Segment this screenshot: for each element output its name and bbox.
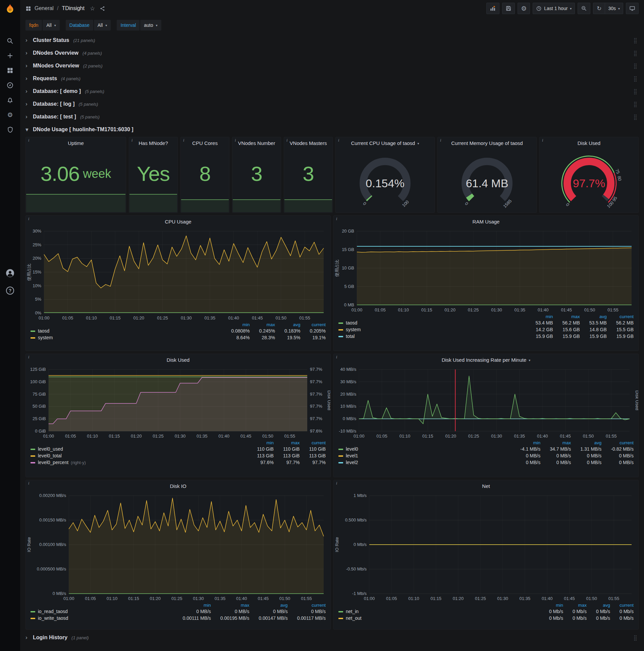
legend-col-min[interactable]: min [540, 602, 563, 608]
legend-series-name[interactable]: level0_percent [38, 460, 68, 465]
refresh-button[interactable]: ↻ [593, 3, 605, 14]
dashboard-grid-icon[interactable] [26, 6, 31, 11]
legend-series-name[interactable]: io_write_taosd [38, 615, 68, 621]
panel-title[interactable]: CPU Usage [26, 216, 330, 227]
series-color-dash-icon[interactable] [339, 329, 343, 331]
panel-title[interactable]: Current Memory Usage of taosd [438, 137, 536, 149]
legend-series-name[interactable]: level1 [346, 453, 358, 458]
legend-series-name[interactable]: taosd [346, 320, 357, 326]
explore-compass-icon[interactable] [6, 81, 14, 90]
legend-col-max[interactable]: max [563, 602, 587, 608]
panel-title[interactable]: Has MNode? [129, 137, 178, 149]
legend-col-avg[interactable]: avg [587, 602, 610, 608]
legend-col-max[interactable]: max [250, 322, 275, 328]
drag-handle-icon[interactable]: ⣿ [633, 50, 637, 56]
legend-col-current[interactable]: current [300, 322, 326, 328]
row-dnodes-overview[interactable]: › DNodes Overview (4 panels) ⣿ [26, 48, 639, 58]
save-dashboard-button[interactable] [502, 3, 515, 14]
panel-title[interactable]: RAM Usage [334, 216, 638, 227]
series-color-dash-icon[interactable] [31, 331, 35, 332]
panel-info-icon[interactable]: i [336, 355, 337, 360]
share-icon[interactable] [100, 6, 105, 11]
series-color-dash-icon[interactable] [339, 336, 343, 337]
server-admin-shield-icon[interactable] [6, 125, 14, 134]
series-color-dash-icon[interactable] [31, 448, 35, 450]
drag-handle-icon[interactable]: ⣿ [633, 75, 637, 82]
panel-info-icon[interactable]: i [28, 355, 29, 360]
panel-title[interactable]: VNodes Masters [284, 137, 332, 149]
panel-info-icon[interactable]: i [440, 138, 441, 143]
series-color-dash-icon[interactable] [339, 322, 343, 324]
legend-series-name[interactable]: level0_total [38, 453, 62, 458]
legend-series-name[interactable]: level2 [346, 460, 358, 465]
panel-title[interactable]: Uptime [26, 137, 126, 149]
disk-rate-chart[interactable]: -10 MB/s0 MB/s10 MB/s20 MB/s30 MB/s40 MB… [334, 366, 638, 440]
star-icon[interactable]: ☆ [90, 5, 95, 12]
panel-info-icon[interactable]: i [338, 138, 339, 143]
alerting-bell-icon[interactable] [6, 96, 14, 104]
drag-handle-icon[interactable]: ⣿ [633, 88, 637, 95]
legend-series-name[interactable]: level0_used [38, 446, 63, 452]
panel-info-icon[interactable]: i [336, 481, 337, 486]
panel-title[interactable]: VNodes Number [232, 137, 281, 149]
zoom-out-button[interactable] [578, 3, 590, 14]
legend-col-max[interactable]: max [540, 440, 571, 446]
user-avatar[interactable] [6, 269, 14, 278]
panel-title[interactable]: Current CPU Usage of taosd▾ [336, 137, 434, 149]
search-icon[interactable] [6, 37, 14, 45]
cpu-usage-chart[interactable]: 0%5%10%15%20%25%30%01:0001:0501:1001:150… [26, 227, 330, 322]
panel-info-icon[interactable]: i [131, 138, 132, 143]
panel-title[interactable]: CPU Cores [181, 137, 229, 149]
legend-col-current[interactable]: current [607, 314, 634, 319]
row-mnodes-overview[interactable]: › MNodes Overview (2 panels) ⣿ [26, 60, 639, 71]
row-cluster-status[interactable]: › Cluster Status (21 panels) ⣿ [26, 35, 639, 45]
legend-series-name[interactable]: system [346, 327, 361, 332]
panel-info-icon[interactable]: i [28, 481, 29, 486]
legend-col-avg[interactable]: avg [275, 322, 300, 328]
legend-series-name[interactable]: io_read_taosd [38, 609, 68, 614]
legend-col-current[interactable]: current [288, 602, 326, 608]
breadcrumb-dashboard-title[interactable]: TDinsight [62, 5, 85, 11]
panel-info-icon[interactable]: i [28, 138, 29, 143]
series-color-dash-icon[interactable] [339, 611, 343, 612]
panel-info-icon[interactable]: i [286, 138, 287, 143]
row-requests[interactable]: › Requests (4 panels) ⣿ [26, 73, 639, 84]
net-chart[interactable]: -1 Mb/s-0.50 Mb/s0 Mb/s0.500 Mb/s1 Mb/s0… [334, 492, 638, 602]
drag-handle-icon[interactable]: ⣿ [633, 101, 637, 107]
series-color-dash-icon[interactable] [339, 618, 343, 619]
panel-info-icon[interactable]: i [235, 138, 236, 143]
variable-value-fqdn[interactable]: All▾ [42, 20, 60, 31]
panel-info-icon[interactable]: i [336, 216, 337, 221]
disk-io-chart[interactable]: 0 MB/s0.000500 MB/s0.00100 MB/s0.00150 M… [26, 492, 330, 602]
dashboards-icon[interactable] [6, 66, 14, 75]
panel-title[interactable]: Disk Used [26, 354, 330, 366]
legend-col-current[interactable]: current [602, 440, 634, 446]
legend-col-min[interactable]: min [222, 322, 250, 328]
disk-used-chart[interactable]: 0 GiB97.6%25 GiB97.7%50 GiB97.7%75 GiB97… [26, 366, 330, 440]
panel-title[interactable]: Disk Used [540, 137, 638, 149]
row-database-test[interactable]: › Database: [ test ] (5 panels) ⣿ [26, 112, 639, 122]
legend-col-current[interactable]: current [610, 602, 634, 608]
panel-title[interactable]: Net [334, 480, 638, 492]
series-color-dash-icon[interactable] [339, 455, 343, 457]
legend-col-current[interactable]: current [299, 440, 326, 446]
create-plus-icon[interactable] [6, 51, 14, 60]
panel-title[interactable]: Disk Used Increasing Rate per Minute▾ [334, 354, 638, 366]
configuration-gear-icon[interactable]: ⚙ [6, 111, 14, 119]
help-icon[interactable]: ? [6, 286, 14, 294]
series-color-dash-icon[interactable] [31, 455, 35, 457]
legend-col-avg[interactable]: avg [580, 314, 607, 319]
add-panel-button[interactable] [486, 3, 500, 14]
legend-series-name[interactable]: system [38, 335, 53, 340]
time-range-picker[interactable]: Last 1 hour ▾ [533, 3, 575, 14]
legend-series-name[interactable]: taosd [38, 328, 49, 334]
series-color-dash-icon[interactable] [31, 618, 35, 619]
tv-mode-button[interactable] [626, 3, 639, 14]
legend-col-max[interactable]: max [211, 602, 249, 608]
drag-handle-icon[interactable]: ⣿ [633, 37, 637, 43]
series-color-dash-icon[interactable] [339, 462, 343, 463]
legend-col-min[interactable]: min [173, 602, 211, 608]
drag-handle-icon[interactable]: ⣿ [633, 63, 637, 69]
breadcrumb-folder[interactable]: General [35, 5, 54, 11]
legend-col-min[interactable]: min [526, 314, 553, 319]
